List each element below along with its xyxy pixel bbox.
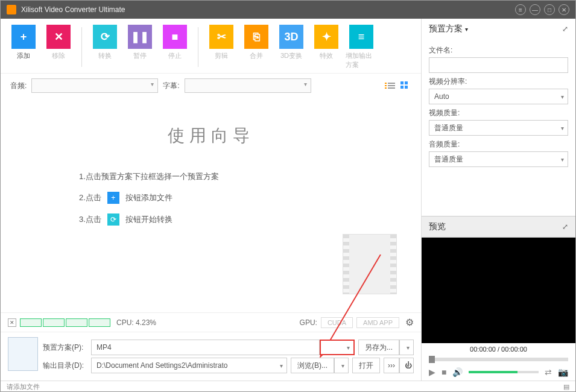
expand-preset-icon[interactable]: ⤢: [562, 25, 568, 33]
video-quality-select[interactable]: 普通质量: [429, 120, 568, 136]
preview-header: 预览 ⤢: [422, 216, 575, 238]
more-button[interactable]: ›››: [384, 358, 399, 373]
menu-button[interactable]: ≡: [515, 4, 526, 15]
stop-preview-icon[interactable]: ■: [441, 367, 446, 377]
3d-icon: 3D: [279, 25, 303, 49]
outdir-field[interactable]: D:\Document And Settings2\Administrato: [91, 358, 287, 373]
stop-button[interactable]: ■停止: [159, 25, 191, 69]
scissors-icon: ✂: [209, 25, 233, 49]
plus-icon: +: [11, 25, 36, 49]
pause-button[interactable]: ❚❚暂停: [124, 25, 156, 69]
clip-button[interactable]: ✂剪辑: [206, 25, 237, 69]
preset-header: 预置方案▾ ⤢: [422, 19, 575, 39]
profile-label: 预置方案(P):: [43, 343, 91, 353]
system-row: ✕ CPU: 4.23% GPU: CUDA AMD APP ⚙: [1, 312, 421, 332]
seek-bar[interactable]: [429, 358, 568, 361]
svg-rect-3: [388, 85, 395, 86]
browse-button[interactable]: 浏览(B)...: [291, 358, 334, 373]
audio-quality-select[interactable]: 普通质量: [429, 151, 568, 167]
amd-button[interactable]: AMD APP: [356, 317, 399, 328]
wizard-area: 使用向导 1.点击预置方案下拉框选择一个预置方案 2.点击+按钮添加文件 3.点…: [1, 98, 421, 312]
svg-rect-7: [405, 81, 408, 84]
profile-field: MP4: [91, 340, 320, 355]
plus-icon: +: [107, 192, 119, 204]
svg-rect-2: [385, 85, 387, 86]
saveas-dropdown[interactable]: [399, 340, 414, 355]
profile-dropdown[interactable]: [320, 340, 355, 355]
maximize-button[interactable]: □: [544, 4, 555, 15]
merge-button[interactable]: ⎘合并: [241, 25, 272, 69]
open-button[interactable]: 打开: [352, 358, 380, 373]
audio-select[interactable]: [31, 78, 158, 93]
refresh-icon: ⟳: [93, 25, 117, 49]
convert-button[interactable]: ⟳转换: [89, 25, 121, 69]
video-preview: [422, 238, 575, 343]
volume-icon[interactable]: 🔊: [452, 367, 463, 377]
titlebar: Xilisoft Video Converter Ultimate ≡ — □ …: [1, 1, 575, 19]
gear-icon[interactable]: ⚙: [405, 317, 414, 328]
filter-row: 音频: 字幕:: [1, 74, 421, 98]
add-output-button[interactable]: ≡增加输出方案: [346, 25, 377, 69]
sparkle-icon: ✦: [314, 25, 338, 49]
close-meter-button[interactable]: ✕: [8, 318, 16, 327]
remove-button[interactable]: ✕移除: [43, 25, 74, 69]
svg-rect-9: [405, 86, 408, 89]
browse-dropdown[interactable]: [334, 358, 349, 373]
wizard-step-3: 3.点击⟳按钮开始转换: [79, 213, 409, 226]
format-thumb-icon: [8, 337, 38, 371]
panel-toggle-icon[interactable]: ▤: [563, 383, 569, 391]
close-button[interactable]: ✕: [559, 4, 569, 15]
preview-controls: ▶ ■ 🔊 ⇄ 📷: [422, 364, 575, 381]
svg-rect-5: [388, 87, 395, 89]
output-options: 预置方案(P): MP4 另存为... 输出目录(D): D:\Document…: [1, 332, 421, 381]
svg-rect-6: [400, 81, 404, 84]
video-quality-label: 视频质量:: [429, 108, 568, 118]
app-logo-icon: [7, 5, 16, 14]
svg-rect-4: [385, 87, 387, 89]
status-bar: 请添加文件 ▤: [1, 381, 575, 392]
gpu-label: GPU:: [300, 318, 317, 327]
app-title: Xilisoft Video Converter Ultimate: [21, 5, 125, 14]
grid-view-icon[interactable]: [400, 81, 411, 90]
filmstrip-icon: [343, 234, 397, 294]
postaction-dropdown[interactable]: ⏻: [399, 358, 414, 373]
list-icon: ≡: [349, 25, 373, 49]
x-icon: ✕: [46, 25, 71, 49]
cuda-button[interactable]: CUDA: [321, 317, 353, 328]
toolbar: +添加 ✕移除 ⟳转换 ❚❚暂停 ■停止 ✂剪辑 ⎘合并 3D3D变换 ✦特效 …: [1, 19, 421, 74]
minimize-button[interactable]: —: [530, 4, 540, 15]
merge-icon: ⎘: [244, 25, 268, 49]
svg-rect-1: [388, 83, 395, 84]
resolution-select[interactable]: Auto: [429, 89, 568, 104]
snapshot-icon[interactable]: 📷: [558, 367, 568, 377]
switch-icon[interactable]: ⇄: [545, 367, 552, 377]
outdir-label: 输出目录(D):: [43, 361, 91, 371]
filename-input[interactable]: [429, 57, 568, 73]
3d-button[interactable]: 3D3D变换: [276, 25, 307, 69]
list-view-icon[interactable]: [385, 81, 396, 90]
audio-quality-label: 音频质量:: [429, 139, 568, 150]
wizard-step-2: 2.点击+按钮添加文件: [79, 192, 409, 204]
wizard-step-1: 1.点击预置方案下拉框选择一个预置方案: [79, 171, 409, 182]
effects-button[interactable]: ✦特效: [311, 25, 342, 69]
expand-preview-icon[interactable]: ⤢: [562, 223, 568, 231]
time-display: 00:00:00 / 00:00:00: [422, 343, 575, 355]
cpu-meter: [20, 318, 110, 327]
status-text: 请添加文件: [7, 382, 40, 391]
cpu-label: CPU: 4.23%: [116, 318, 156, 327]
wizard-title: 使用向导: [13, 124, 409, 147]
stop-icon: ■: [163, 25, 187, 49]
play-icon[interactable]: ▶: [429, 367, 435, 377]
add-button[interactable]: +添加: [8, 25, 39, 69]
audio-label: 音频:: [10, 81, 27, 91]
saveas-button[interactable]: 另存为...: [358, 340, 399, 355]
volume-slider[interactable]: [469, 371, 539, 373]
subtitle-select[interactable]: [185, 78, 311, 93]
subtitle-label: 字幕:: [163, 81, 179, 91]
pause-icon: ❚❚: [128, 25, 152, 49]
seek-knob[interactable]: [429, 356, 435, 363]
svg-rect-0: [385, 83, 387, 84]
filename-label: 文件名:: [429, 45, 568, 55]
refresh-icon: ⟳: [107, 213, 119, 226]
resolution-label: 视频分辨率:: [429, 77, 568, 87]
